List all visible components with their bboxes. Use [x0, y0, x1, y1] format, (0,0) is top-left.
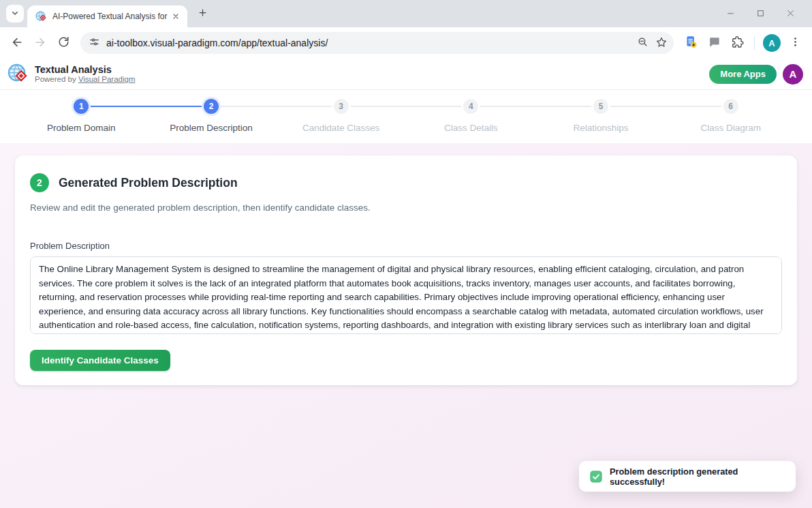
reload-button[interactable]: [52, 31, 75, 55]
problem-description-input[interactable]: The Online Library Management System is …: [30, 256, 782, 334]
visual-paradigm-logo-icon: [7, 63, 29, 85]
app-title: Textual Analysis: [35, 64, 135, 76]
tab-search-button[interactable]: [6, 5, 24, 23]
step-label: Problem Domain: [47, 123, 116, 133]
window-maximize-button[interactable]: [745, 3, 775, 23]
extensions-button[interactable]: [725, 31, 749, 55]
puzzle-icon: [731, 35, 744, 50]
problem-description-card: 2 Generated Problem Description Review a…: [15, 155, 797, 385]
browser-profile-avatar[interactable]: A: [763, 34, 781, 52]
url-bar[interactable]: ai-toolbox.visual-paradigm.com/app/textu…: [80, 32, 674, 54]
wizard-stepper: 1 Problem Domain 2 Problem Description 3…: [0, 90, 812, 143]
chevron-down-icon: [10, 8, 20, 20]
more-apps-button[interactable]: More Apps: [709, 65, 777, 84]
arrow-left-icon: [10, 35, 24, 51]
window-controls: [715, 3, 805, 23]
new-tab-button[interactable]: [193, 5, 211, 23]
step-number: 2: [204, 99, 219, 114]
success-toast: Problem description generated successful…: [579, 461, 796, 492]
step-number: 6: [723, 99, 738, 114]
problem-description-label: Problem Description: [30, 241, 782, 251]
reload-icon: [57, 35, 70, 50]
browser-tab[interactable]: AI-Powered Textual Analysis for: [27, 5, 187, 27]
comment-bubble-icon: [708, 35, 721, 50]
browser-toolbar: ai-toolbox.visual-paradigm.com/app/textu…: [0, 27, 812, 59]
kebab-menu-icon: [790, 36, 801, 50]
step-number: 4: [463, 99, 478, 114]
forward-button[interactable]: [29, 31, 52, 55]
success-check-icon: [590, 470, 602, 483]
visual-paradigm-favicon-icon: [35, 11, 47, 23]
back-button[interactable]: [5, 31, 29, 55]
browser-menu-button[interactable]: [783, 31, 807, 55]
step-number: 1: [74, 99, 89, 114]
site-settings-icon: [89, 36, 100, 50]
plus-icon: [198, 8, 208, 20]
powered-by-text: Powered by: [35, 75, 76, 83]
step-label: Candidate Classes: [302, 123, 379, 133]
window-close-button[interactable]: [775, 3, 805, 23]
card-subtitle: Review and edit the generated problem de…: [30, 203, 782, 213]
window-minimize-button[interactable]: [715, 3, 745, 23]
step-label: Problem Description: [170, 123, 253, 133]
tab-title: AI-Powered Textual Analysis for: [52, 12, 170, 21]
tab-strip: AI-Powered Textual Analysis for: [0, 0, 812, 27]
bookmark-star-button[interactable]: [652, 33, 671, 53]
step-label: Class Diagram: [700, 123, 761, 133]
step-class-diagram[interactable]: 6 Class Diagram: [666, 99, 796, 143]
toast-message: Problem description generated successful…: [610, 466, 785, 487]
zoom-out-button[interactable]: [633, 33, 652, 53]
docs-download-button[interactable]: [679, 31, 702, 55]
page-content: 2 Generated Problem Description Review a…: [0, 143, 812, 508]
visual-paradigm-link[interactable]: Visual Paradigm: [78, 75, 136, 83]
card-header: 2 Generated Problem Description: [30, 173, 782, 192]
tab-close-icon[interactable]: [170, 10, 182, 23]
browser-window: AI-Powered Textual Analysis for: [0, 0, 812, 59]
star-icon: [655, 36, 668, 50]
docs-download-icon: [684, 35, 698, 51]
step-label: Class Details: [444, 123, 498, 133]
step-number: 3: [334, 99, 349, 114]
app-header: Textual Analysis Powered by Visual Parad…: [0, 59, 812, 90]
zoom-out-icon: [637, 36, 649, 50]
step-badge: 2: [30, 173, 49, 192]
powered-by: Powered by Visual Paradigm: [35, 75, 135, 84]
arrow-right-icon: [33, 35, 47, 51]
user-avatar[interactable]: A: [783, 64, 803, 85]
identify-candidate-classes-button[interactable]: Identify Candidate Classes: [30, 350, 170, 371]
toolbar-separator: [754, 36, 755, 50]
comment-button[interactable]: [702, 31, 725, 55]
app-title-block: Textual Analysis Powered by Visual Parad…: [35, 64, 135, 85]
step-number: 5: [593, 99, 608, 114]
url-text: ai-toolbox.visual-paradigm.com/app/textu…: [106, 38, 633, 48]
step-label: Relationships: [574, 123, 629, 133]
card-title: Generated Problem Description: [59, 176, 238, 190]
